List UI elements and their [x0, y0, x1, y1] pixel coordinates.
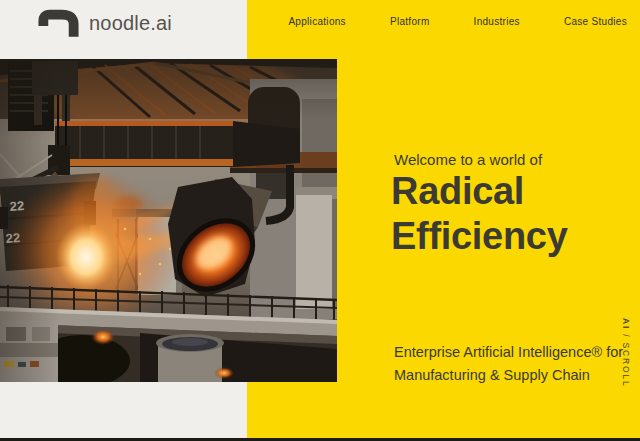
scroll-indicator-separator: / [621, 330, 631, 343]
nav-item-platform[interactable]: Platform [390, 17, 430, 27]
scroll-indicator-text: SCROLL [621, 343, 631, 388]
scroll-indicator-ai: AI [621, 318, 631, 330]
steel-mill-scene: 22 22 [0, 59, 337, 382]
scroll-indicator[interactable]: AI / SCROLL [621, 318, 631, 387]
main-nav: Applications Platform Industries Case St… [288, 17, 627, 27]
hero-tagline: Enterprise Artificial Intelligence® for … [394, 341, 623, 387]
hero-title: Radical Efficiency [391, 169, 568, 259]
hero-tagline-line2: Manufacturing & Supply Chain [394, 364, 623, 387]
brand-name: noodle.ai [89, 12, 172, 35]
nav-item-industries[interactable]: Industries [474, 17, 520, 27]
noodle-n-logo-icon [38, 9, 79, 37]
nav-item-case-studies[interactable]: Case Studies [564, 17, 627, 27]
hero-photo-steel-mill: 22 22 [0, 59, 337, 382]
hero-eyebrow: Welcome to a world of [394, 151, 542, 168]
landing-page: noodle.ai Applications Platform Industri… [0, 0, 640, 441]
brand-logo[interactable]: noodle.ai [38, 9, 172, 37]
photo-vignette-left [0, 59, 60, 382]
hero-title-line1: Radical [391, 169, 568, 214]
nav-item-applications[interactable]: Applications [288, 17, 346, 27]
hero-title-line2: Efficiency [391, 214, 568, 259]
hero-tagline-line1: Enterprise Artificial Intelligence® for [394, 341, 623, 364]
